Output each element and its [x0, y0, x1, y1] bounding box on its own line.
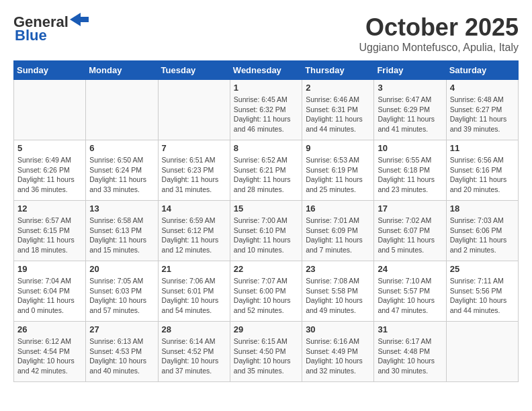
day-info: Sunrise: 6:16 AM Sunset: 4:49 PM Dayligh…	[306, 336, 370, 376]
day-info: Sunrise: 7:00 AM Sunset: 6:10 PM Dayligh…	[234, 216, 298, 255]
day-info: Sunrise: 7:03 AM Sunset: 6:06 PM Dayligh…	[450, 216, 515, 255]
day-info: Sunrise: 6:50 AM Sunset: 6:24 PM Dayligh…	[89, 155, 154, 195]
day-info: Sunrise: 7:07 AM Sunset: 6:00 PM Dayligh…	[234, 276, 298, 316]
calendar-cell: 1Sunrise: 6:45 AM Sunset: 6:32 PM Daylig…	[230, 80, 302, 140]
calendar-cell	[446, 322, 518, 382]
calendar-cell: 3Sunrise: 6:47 AM Sunset: 6:29 PM Daylig…	[374, 80, 446, 140]
calendar-cell: 11Sunrise: 6:56 AM Sunset: 6:16 PM Dayli…	[446, 140, 518, 201]
calendar-cell	[158, 80, 230, 140]
calendar-cell: 7Sunrise: 6:51 AM Sunset: 6:23 PM Daylig…	[158, 140, 230, 201]
calendar-cell: 9Sunrise: 6:53 AM Sunset: 6:19 PM Daylig…	[302, 140, 374, 201]
day-info: Sunrise: 6:14 AM Sunset: 4:52 PM Dayligh…	[162, 336, 226, 376]
day-info: Sunrise: 6:52 AM Sunset: 6:21 PM Dayligh…	[234, 155, 298, 195]
calendar-cell: 26Sunrise: 6:12 AM Sunset: 4:54 PM Dayli…	[14, 322, 86, 382]
day-info: Sunrise: 6:17 AM Sunset: 4:48 PM Dayligh…	[378, 336, 442, 376]
calendar-cell: 18Sunrise: 7:03 AM Sunset: 6:06 PM Dayli…	[446, 201, 518, 261]
day-info: Sunrise: 7:02 AM Sunset: 6:07 PM Dayligh…	[378, 216, 442, 255]
logo-arrow-icon	[70, 13, 89, 26]
day-info: Sunrise: 6:59 AM Sunset: 6:12 PM Dayligh…	[162, 216, 226, 255]
day-number: 21	[162, 264, 226, 274]
day-info: Sunrise: 6:53 AM Sunset: 6:19 PM Dayligh…	[306, 155, 370, 195]
day-number: 13	[89, 203, 154, 214]
logo-blue-text: Blue	[15, 27, 47, 44]
calendar-cell: 20Sunrise: 7:05 AM Sunset: 6:03 PM Dayli…	[86, 261, 158, 322]
calendar-cell: 15Sunrise: 7:00 AM Sunset: 6:10 PM Dayli…	[230, 201, 302, 261]
day-number: 7	[162, 143, 226, 153]
calendar-cell: 25Sunrise: 7:11 AM Sunset: 5:56 PM Dayli…	[446, 261, 518, 322]
day-number: 17	[378, 203, 442, 214]
day-number: 28	[162, 324, 226, 334]
calendar-cell: 8Sunrise: 6:52 AM Sunset: 6:21 PM Daylig…	[230, 140, 302, 201]
day-info: Sunrise: 6:45 AM Sunset: 6:32 PM Dayligh…	[234, 95, 298, 134]
calendar-cell: 21Sunrise: 7:06 AM Sunset: 6:01 PM Dayli…	[158, 261, 230, 322]
day-number: 25	[450, 264, 515, 274]
calendar-cell: 4Sunrise: 6:48 AM Sunset: 6:27 PM Daylig…	[446, 80, 518, 140]
calendar-cell: 28Sunrise: 6:14 AM Sunset: 4:52 PM Dayli…	[158, 322, 230, 382]
day-number: 24	[378, 264, 442, 274]
weekday-header: Wednesday	[230, 61, 302, 80]
weekday-header: Tuesday	[158, 61, 230, 80]
day-number: 2	[306, 83, 370, 93]
day-number: 14	[162, 203, 226, 214]
weekday-header: Saturday	[446, 61, 518, 80]
weekday-header: Monday	[86, 61, 158, 80]
month-title: October 2025	[359, 13, 519, 42]
day-number: 6	[89, 143, 154, 153]
day-info: Sunrise: 6:55 AM Sunset: 6:18 PM Dayligh…	[378, 155, 442, 195]
calendar-cell: 13Sunrise: 6:58 AM Sunset: 6:13 PM Dayli…	[86, 201, 158, 261]
day-info: Sunrise: 6:57 AM Sunset: 6:15 PM Dayligh…	[17, 216, 82, 255]
calendar-week-row: 1Sunrise: 6:45 AM Sunset: 6:32 PM Daylig…	[14, 80, 519, 140]
weekday-header: Sunday	[14, 61, 86, 80]
calendar-cell: 12Sunrise: 6:57 AM Sunset: 6:15 PM Dayli…	[14, 201, 86, 261]
day-number: 9	[306, 143, 370, 153]
day-info: Sunrise: 6:48 AM Sunset: 6:27 PM Dayligh…	[450, 95, 515, 134]
calendar-cell: 5Sunrise: 6:49 AM Sunset: 6:26 PM Daylig…	[14, 140, 86, 201]
day-info: Sunrise: 6:13 AM Sunset: 4:53 PM Dayligh…	[89, 336, 154, 376]
logo: General Blue	[13, 13, 89, 44]
calendar-cell: 10Sunrise: 6:55 AM Sunset: 6:18 PM Dayli…	[374, 140, 446, 201]
day-info: Sunrise: 6:12 AM Sunset: 4:54 PM Dayligh…	[17, 336, 82, 376]
day-number: 18	[450, 203, 515, 214]
day-number: 26	[17, 324, 82, 334]
calendar-cell	[14, 80, 86, 140]
day-number: 20	[89, 264, 154, 274]
title-area: October 2025 Uggiano Montefusco, Apulia,…	[359, 13, 519, 54]
calendar-header-row: SundayMondayTuesdayWednesdayThursdayFrid…	[14, 61, 519, 80]
day-info: Sunrise: 6:15 AM Sunset: 4:50 PM Dayligh…	[234, 336, 298, 376]
day-info: Sunrise: 6:46 AM Sunset: 6:31 PM Dayligh…	[306, 95, 370, 134]
calendar-cell: 17Sunrise: 7:02 AM Sunset: 6:07 PM Dayli…	[374, 201, 446, 261]
day-number: 22	[234, 264, 298, 274]
calendar-table: SundayMondayTuesdayWednesdayThursdayFrid…	[13, 60, 519, 382]
calendar-cell: 30Sunrise: 6:16 AM Sunset: 4:49 PM Dayli…	[302, 322, 374, 382]
day-number: 23	[306, 264, 370, 274]
weekday-header: Thursday	[302, 61, 374, 80]
day-info: Sunrise: 7:11 AM Sunset: 5:56 PM Dayligh…	[450, 276, 515, 316]
calendar-cell: 14Sunrise: 6:59 AM Sunset: 6:12 PM Dayli…	[158, 201, 230, 261]
calendar-cell: 6Sunrise: 6:50 AM Sunset: 6:24 PM Daylig…	[86, 140, 158, 201]
day-number: 8	[234, 143, 298, 153]
calendar-cell	[86, 80, 158, 140]
calendar-week-row: 5Sunrise: 6:49 AM Sunset: 6:26 PM Daylig…	[14, 140, 519, 201]
day-info: Sunrise: 7:05 AM Sunset: 6:03 PM Dayligh…	[89, 276, 154, 316]
day-number: 16	[306, 203, 370, 214]
page-header: General Blue October 2025 Uggiano Montef…	[13, 13, 519, 54]
calendar-cell: 2Sunrise: 6:46 AM Sunset: 6:31 PM Daylig…	[302, 80, 374, 140]
day-info: Sunrise: 7:01 AM Sunset: 6:09 PM Dayligh…	[306, 216, 370, 255]
day-info: Sunrise: 6:58 AM Sunset: 6:13 PM Dayligh…	[89, 216, 154, 255]
weekday-header: Friday	[374, 61, 446, 80]
calendar-cell: 29Sunrise: 6:15 AM Sunset: 4:50 PM Dayli…	[230, 322, 302, 382]
day-info: Sunrise: 7:04 AM Sunset: 6:04 PM Dayligh…	[17, 276, 82, 316]
day-number: 10	[378, 143, 442, 153]
calendar-cell: 22Sunrise: 7:07 AM Sunset: 6:00 PM Dayli…	[230, 261, 302, 322]
calendar-cell: 31Sunrise: 6:17 AM Sunset: 4:48 PM Dayli…	[374, 322, 446, 382]
calendar-body: 1Sunrise: 6:45 AM Sunset: 6:32 PM Daylig…	[14, 80, 519, 382]
day-info: Sunrise: 6:47 AM Sunset: 6:29 PM Dayligh…	[378, 95, 442, 134]
day-info: Sunrise: 7:08 AM Sunset: 5:58 PM Dayligh…	[306, 276, 370, 316]
day-info: Sunrise: 7:06 AM Sunset: 6:01 PM Dayligh…	[162, 276, 226, 316]
day-info: Sunrise: 7:10 AM Sunset: 5:57 PM Dayligh…	[378, 276, 442, 316]
day-number: 5	[17, 143, 82, 153]
day-info: Sunrise: 6:56 AM Sunset: 6:16 PM Dayligh…	[450, 155, 515, 195]
calendar-cell: 19Sunrise: 7:04 AM Sunset: 6:04 PM Dayli…	[14, 261, 86, 322]
day-number: 31	[378, 324, 442, 334]
day-number: 19	[17, 264, 82, 274]
